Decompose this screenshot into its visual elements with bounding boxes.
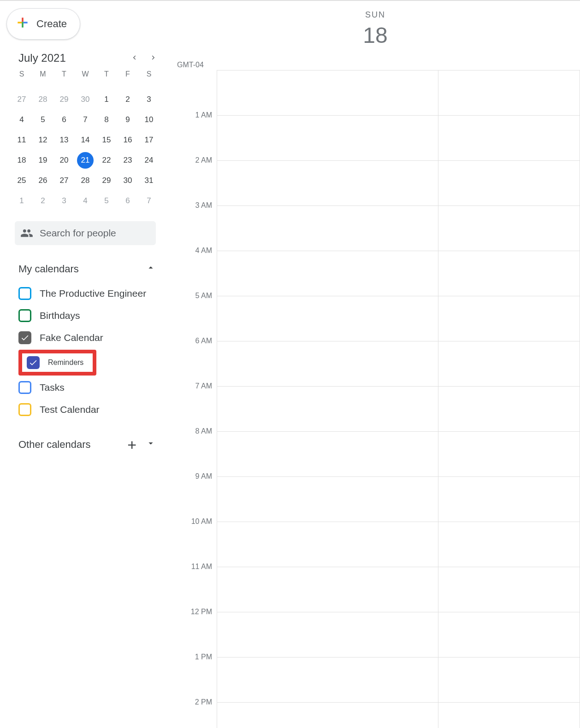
mini-day[interactable]: 1 [11,191,32,211]
hour-row[interactable]: 3 AM [217,205,580,251]
mini-day[interactable]: 30 [75,89,96,110]
mini-day[interactable]: 7 [75,110,96,130]
other-calendars-header[interactable]: Other calendars + [5,421,166,455]
calendar-item[interactable]: Tasks [18,376,166,399]
mini-day[interactable]: 27 [53,170,75,191]
hour-label: 3 AM [175,201,212,210]
mini-day[interactable]: 5 [32,110,53,130]
mini-day[interactable]: 1 [96,89,117,110]
mini-dow: F [117,69,138,89]
calendar-item[interactable]: Test Calendar [18,399,166,421]
mini-day[interactable]: 25 [11,170,32,191]
mini-day[interactable]: 26 [32,170,53,191]
mini-calendar-title[interactable]: July 2021 [18,52,66,65]
mini-day[interactable]: 20 [53,150,75,170]
hour-row[interactable]: 2 PM [217,702,580,728]
calendar-checkbox[interactable] [18,381,31,394]
create-button[interactable]: Create [6,8,80,40]
mini-day[interactable]: 17 [138,130,160,150]
mini-day[interactable]: 13 [53,130,75,150]
mini-dow: S [138,69,160,89]
mini-day[interactable]: 22 [96,150,117,170]
mini-calendar: SMTWTFS272829301234567891011121314151617… [5,69,166,211]
hour-label: 6 AM [175,337,212,345]
mini-day[interactable]: 21 [75,150,96,170]
hour-label: 10 AM [175,517,212,526]
calendar-checkbox[interactable] [18,331,31,344]
mini-day[interactable]: 28 [75,170,96,191]
hour-label: 2 PM [175,698,212,706]
mini-day[interactable]: 11 [11,130,32,150]
hour-row[interactable]: 12 PM [217,612,580,657]
mini-day[interactable]: 15 [96,130,117,150]
mini-day[interactable]: 19 [32,150,53,170]
timezone-label: GMT-04 [177,61,204,69]
mini-day[interactable]: 6 [53,110,75,130]
hour-label: 7 AM [175,382,212,390]
hour-row[interactable]: 4 AM [217,251,580,296]
calendar-item[interactable]: Birthdays [18,305,166,327]
mini-day[interactable]: 28 [32,89,53,110]
day-of-week-label: SUN [171,10,580,20]
add-icon[interactable]: + [127,440,136,449]
calendar-label: Test Calendar [40,404,100,415]
day-grid[interactable]: 1 AM2 AM3 AM4 AM5 AM6 AM7 AM8 AM9 AM10 A… [217,70,580,728]
mini-day[interactable]: 10 [138,110,160,130]
people-icon [20,227,33,240]
hour-row[interactable]: 8 AM [217,431,580,476]
mini-day[interactable]: 3 [138,89,160,110]
calendar-label: Fake Calendar [40,332,103,343]
mini-day[interactable]: 18 [11,150,32,170]
mini-day[interactable]: 5 [96,191,117,211]
next-month-button[interactable] [149,52,158,65]
mini-day[interactable]: 4 [11,110,32,130]
hour-row[interactable]: 1 PM [217,657,580,702]
mini-day[interactable]: 12 [32,130,53,150]
mini-day[interactable]: 27 [11,89,32,110]
hour-row[interactable]: 7 AM [217,386,580,431]
hour-row[interactable]: 11 AM [217,567,580,612]
mini-day[interactable]: 29 [53,89,75,110]
calendar-label: Birthdays [40,310,80,321]
mini-day[interactable]: 2 [117,89,138,110]
calendar-checkbox[interactable] [18,309,31,322]
calendar-item[interactable]: Fake Calendar [18,327,166,349]
calendar-checkbox[interactable] [18,403,31,416]
mini-day[interactable]: 30 [117,170,138,191]
mini-day[interactable]: 7 [138,191,160,211]
calendar-label: Reminders [48,358,83,367]
mini-day[interactable]: 4 [75,191,96,211]
mini-dow: S [11,69,32,89]
mini-day[interactable]: 29 [96,170,117,191]
hour-row[interactable]: 9 AM [217,476,580,522]
mini-day[interactable]: 3 [53,191,75,211]
mini-day[interactable]: 2 [32,191,53,211]
hour-row[interactable]: 5 AM [217,296,580,341]
mini-day[interactable]: 9 [117,110,138,130]
day-date-label[interactable]: 18 [171,23,580,48]
hour-row[interactable]: 10 AM [217,522,580,567]
hour-row[interactable]: 2 AM [217,160,580,205]
mini-day[interactable]: 23 [117,150,138,170]
hour-row[interactable]: 6 AM [217,341,580,386]
calendar-item[interactable]: Reminders [18,350,96,376]
chevron-up-icon [146,262,156,276]
mini-day[interactable]: 8 [96,110,117,130]
calendar-label: Tasks [40,382,65,393]
calendar-item[interactable]: The Productive Engineer [18,282,166,305]
mini-day[interactable]: 16 [117,130,138,150]
hour-row[interactable]: 1 AM [217,115,580,160]
calendar-checkbox[interactable] [18,287,31,300]
calendar-label: The Productive Engineer [40,288,146,299]
mini-day[interactable]: 31 [138,170,160,191]
my-calendars-header[interactable]: My calendars [5,245,166,280]
mini-day[interactable]: 6 [117,191,138,211]
calendar-list: The Productive EngineerBirthdaysFake Cal… [5,280,166,421]
calendar-checkbox[interactable] [27,356,40,369]
plus-icon [15,15,30,33]
mini-day[interactable]: 14 [75,130,96,150]
prev-month-button[interactable] [130,52,138,65]
mini-day[interactable]: 24 [138,150,160,170]
hour-row[interactable] [217,70,580,115]
search-people-input[interactable]: Search for people [15,221,156,245]
